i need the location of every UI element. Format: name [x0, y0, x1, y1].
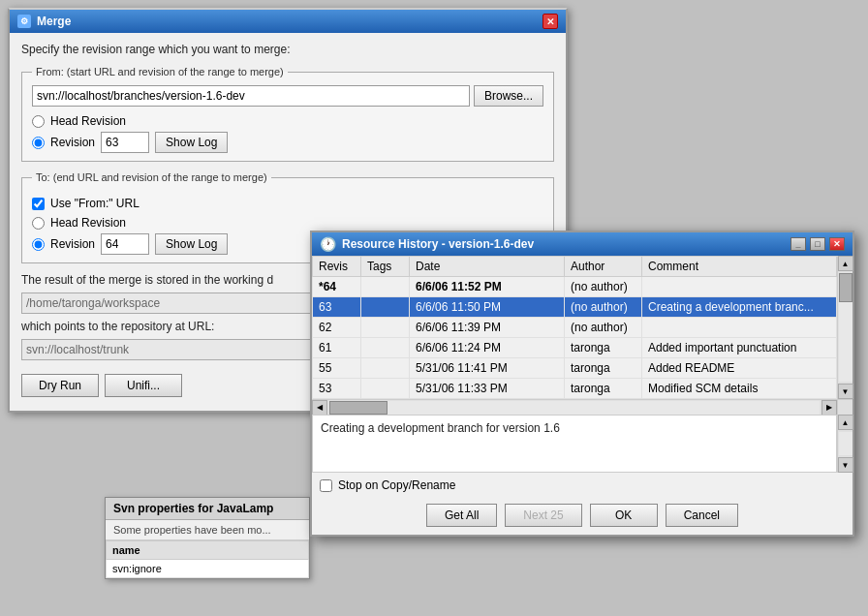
history-content: Revis Tags Date Author Comment *646/6/06… [312, 256, 852, 535]
merge-icon: ⚙ [17, 15, 31, 28]
comment-cell: Added README [642, 358, 837, 379]
hscroll-thumb[interactable] [329, 401, 388, 415]
svn-properties-table: name svn:ignore [106, 540, 309, 578]
head-revision2-label: Head Revision [50, 216, 126, 230]
resource-history-dialog: 🕐 Resource History - version-1.6-dev _ □… [310, 231, 854, 537]
hscroll-row: ◀ ▶ [312, 399, 852, 415]
date-cell: 6/6/06 11:39 PM [410, 318, 565, 338]
svn-panel-message: Some properties have been mo... [106, 520, 309, 540]
revision-cell: *64 [313, 277, 361, 297]
use-from-row: Use "From:" URL [32, 197, 543, 210]
hscroll-right-button[interactable]: ▶ [822, 400, 837, 416]
get-all-button[interactable]: Get All [426, 504, 497, 527]
vscroll-down-button[interactable]: ▼ [838, 384, 853, 399]
horizontal-scrollbar[interactable]: ◀ ▶ [312, 399, 837, 415]
use-from-checkbox[interactable] [32, 198, 45, 210]
vscroll-thumb[interactable] [839, 273, 852, 302]
revision-cell: 53 [313, 379, 361, 399]
date-cell: 6/6/06 11:24 PM [410, 338, 565, 358]
revision-cell: 61 [313, 338, 361, 358]
date-cell: 5/31/06 11:33 PM [410, 379, 565, 399]
date-cell: 5/31/06 11:41 PM [410, 358, 565, 379]
table-row[interactable]: *646/6/06 11:52 PM(no author) [313, 277, 837, 297]
head-revision2-row: Head Revision [32, 216, 543, 230]
merge-close-button[interactable]: ✕ [542, 14, 558, 29]
resource-maximize-button[interactable]: □ [810, 237, 825, 251]
to-legend: To: (end URL and revision of the range t… [32, 171, 271, 183]
svn-ignore-cell: svn:ignore [107, 560, 309, 578]
merge-titlebar: ⚙ Merge ✕ [10, 10, 566, 33]
vscroll-up-button[interactable]: ▲ [838, 256, 853, 271]
svn-table-row: svn:ignore [107, 560, 309, 578]
table-row[interactable]: 535/31/06 11:33 PMtarongaModified SCM de… [313, 379, 837, 399]
comment-cell [642, 318, 837, 338]
comment-cell: Modified SCM details [642, 379, 837, 399]
vscroll-track[interactable] [839, 273, 852, 382]
comment-cell [642, 277, 837, 297]
date-cell: 6/6/06 11:50 PM [410, 297, 565, 318]
cancel-button[interactable]: Cancel [666, 504, 738, 527]
merge-subtitle: Specify the revision range which you wan… [21, 43, 554, 56]
resource-minimize-button[interactable]: _ [790, 237, 806, 251]
log-vscroll-track[interactable] [839, 432, 852, 455]
head-revision2-radio[interactable] [32, 217, 45, 230]
svn-panel-title: Svn properties for JavaLamp [106, 498, 309, 520]
col-date-header: Date [410, 257, 565, 277]
tags-cell [361, 318, 410, 338]
history-table: Revis Tags Date Author Comment *646/6/06… [312, 256, 837, 399]
log-vscroll-down[interactable]: ▼ [838, 457, 853, 473]
from-url-input[interactable] [32, 85, 470, 107]
date-cell: 6/6/06 11:52 PM [410, 277, 565, 297]
resource-bottom-buttons: Get All Next 25 OK Cancel [312, 498, 852, 535]
revision-radio[interactable] [32, 137, 45, 149]
vertical-scrollbar[interactable]: ▲ ▼ [837, 256, 852, 399]
author-cell: taronga [565, 379, 642, 399]
log-message-area: Creating a development branch for versio… [312, 415, 837, 473]
from-section: From: (start URL and revision of the ran… [21, 66, 554, 162]
show-log1-button[interactable]: Show Log [155, 132, 228, 153]
history-table-header: Revis Tags Date Author Comment [313, 257, 837, 277]
resource-history-icon: 🕐 [320, 236, 336, 252]
unifi-button[interactable]: Unifi... [105, 374, 182, 397]
from-legend: From: (start URL and revision of the ran… [32, 66, 288, 77]
tags-cell [361, 297, 410, 318]
resource-window-buttons: _ □ ✕ [790, 237, 845, 251]
table-row[interactable]: 636/6/06 11:50 PM(no author)Creating a d… [313, 297, 837, 318]
next-25-button[interactable]: Next 25 [505, 504, 581, 527]
ok-button[interactable]: OK [590, 504, 658, 527]
use-from-label: Use "From:" URL [50, 197, 140, 210]
hscroll-track[interactable] [329, 401, 820, 415]
comment-cell: Creating a development branc... [642, 297, 837, 318]
revision1-input[interactable] [101, 132, 149, 153]
tags-cell [361, 379, 410, 399]
stop-copy-label: Stop on Copy/Rename [338, 478, 455, 492]
author-cell: (no author) [565, 297, 642, 318]
stop-copy-row: Stop on Copy/Rename [312, 473, 852, 498]
dry-run-button[interactable]: Dry Run [21, 374, 99, 397]
comment-cell: Added important punctuation [642, 338, 837, 358]
from-url-row: Browse... [32, 85, 543, 107]
resource-history-title: Resource History - version-1.6-dev [342, 237, 534, 251]
tags-cell [361, 338, 410, 358]
browse-button[interactable]: Browse... [474, 85, 543, 107]
revision2-radio[interactable] [32, 238, 45, 251]
table-row[interactable]: 616/6/06 11:24 PMtarongaAdded important … [313, 338, 837, 358]
stop-copy-checkbox[interactable] [320, 479, 332, 492]
revision-row: Revision Show Log [32, 132, 543, 153]
svn-col-name: name [107, 541, 309, 560]
revision2-input[interactable] [101, 233, 149, 255]
revision-cell: 55 [313, 358, 361, 379]
head-revision-radio[interactable] [32, 115, 45, 128]
log-vscroll-up[interactable]: ▲ [838, 415, 853, 430]
resource-close-button[interactable]: ✕ [829, 237, 845, 251]
log-vertical-scrollbar[interactable]: ▲ ▼ [837, 415, 852, 473]
show-log2-button[interactable]: Show Log [155, 233, 228, 255]
log-area-row: Creating a development branch for versio… [312, 415, 852, 473]
hscroll-left-button[interactable]: ◀ [312, 400, 327, 416]
col-comment-header: Comment [642, 257, 837, 277]
svn-panel: Svn properties for JavaLamp Some propert… [105, 497, 310, 579]
table-row[interactable]: 626/6/06 11:39 PM(no author) [313, 318, 837, 338]
table-row[interactable]: 555/31/06 11:41 PMtarongaAdded README [313, 358, 837, 379]
col-revision-header: Revis [313, 257, 361, 277]
table-scroll-container: Revis Tags Date Author Comment *646/6/06… [312, 256, 837, 399]
